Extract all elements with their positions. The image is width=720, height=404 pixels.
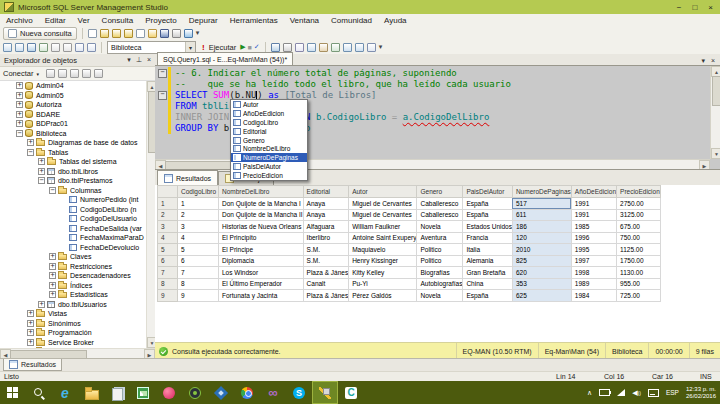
- cell[interactable]: Miguel de Cervantes: [349, 209, 417, 221]
- tree-item-autoriza[interactable]: +Autoriza: [0, 100, 146, 110]
- clock[interactable]: 12:33 p. m. 26/02/2016: [686, 386, 716, 400]
- expand-icon[interactable]: +: [27, 310, 34, 317]
- row-number[interactable]: 8: [158, 278, 178, 290]
- row-number[interactable]: 9: [158, 290, 178, 302]
- menu-ayuda[interactable]: Ayuda: [378, 16, 413, 25]
- visual-studio-app[interactable]: ∞: [260, 381, 286, 404]
- script-icon[interactable]: [94, 69, 103, 78]
- cell[interactable]: Maquiavelo: [349, 244, 417, 256]
- cell[interactable]: Diplomacia: [219, 255, 304, 267]
- parse-icon[interactable]: ✓: [254, 43, 260, 51]
- cell[interactable]: 611: [512, 209, 571, 221]
- cell[interactable]: Plaza & Jánes: [303, 290, 349, 302]
- cell[interactable]: 750.00: [617, 232, 661, 244]
- expand-icon[interactable]: +: [16, 111, 23, 118]
- cell[interactable]: 1750.00: [617, 255, 661, 267]
- tree-item-admin05[interactable]: +Admin05: [0, 91, 146, 101]
- column-header-precioedicion[interactable]: PrecioEdicion: [617, 186, 661, 198]
- expand-icon[interactable]: +: [49, 263, 56, 270]
- tree-item-diagramas-de-base-de-datos[interactable]: +Diagramas de base de datos: [0, 138, 146, 148]
- virtualbox-app[interactable]: [208, 381, 234, 404]
- cell[interactable]: Aventura: [417, 232, 463, 244]
- collapse-icon[interactable]: −: [38, 177, 45, 184]
- row-number[interactable]: 4: [158, 232, 178, 244]
- cell[interactable]: 1995: [571, 244, 616, 256]
- menu-consulta[interactable]: Consulta: [96, 16, 140, 25]
- tree-item-restricciones[interactable]: +Restricciones: [0, 262, 146, 272]
- intellisense-autocomplete-list[interactable]: AutorAñoDeEdicionCodigoLibroEditorialGen…: [230, 99, 308, 181]
- cell[interactable]: Don Quijote de la Mancha I: [219, 198, 304, 210]
- overflow-chevron-icon[interactable]: ▾: [196, 29, 200, 37]
- cell[interactable]: Estados Unidos: [463, 221, 513, 233]
- menu-depurar[interactable]: Depurar: [183, 16, 224, 25]
- cell[interactable]: 4: [178, 232, 219, 244]
- collapse-icon[interactable]: −: [49, 187, 56, 194]
- cell[interactable]: Kitty Kelley: [349, 267, 417, 279]
- column-header-blank[interactable]: [158, 186, 178, 198]
- connect-button[interactable]: Conectar: [3, 69, 33, 78]
- debug-icon[interactable]: [271, 43, 280, 52]
- outline-collapse-icon[interactable]: −: [158, 69, 167, 78]
- expand-icon[interactable]: +: [38, 301, 45, 308]
- autocomplete-item-editorial[interactable]: Editorial: [231, 127, 307, 136]
- cell[interactable]: 620: [512, 267, 571, 279]
- tree-item-admin04[interactable]: +Admin04: [0, 81, 146, 91]
- row-number[interactable]: 1: [158, 198, 178, 210]
- cell[interactable]: Don Quijote de la Mancha II: [219, 209, 304, 221]
- cell[interactable]: Antoine Saint Exupery: [349, 232, 417, 244]
- column-header-autor[interactable]: Autor: [349, 186, 417, 198]
- autocomplete-item-codigolibro[interactable]: CodigoLibro: [231, 118, 307, 127]
- row-number[interactable]: 6: [158, 255, 178, 267]
- save-icon[interactable]: [160, 29, 169, 38]
- close-icon[interactable]: ×: [711, 57, 715, 65]
- cell[interactable]: 825: [512, 255, 571, 267]
- cell[interactable]: Alfaguara: [303, 221, 349, 233]
- docked-results-tab[interactable]: Resultados: [3, 359, 62, 371]
- cell[interactable]: Autobiografías: [417, 278, 463, 290]
- edge-app[interactable]: e: [52, 381, 78, 404]
- analyze-query-icon[interactable]: [27, 43, 36, 52]
- chevron-down-icon[interactable]: ▾: [701, 57, 705, 65]
- tree-item-dbo-tblusuarios[interactable]: +dbo.tblUsuarios: [0, 300, 146, 310]
- menu-comunidad[interactable]: Comunidad: [325, 16, 378, 25]
- print-icon[interactable]: [172, 29, 181, 38]
- menu-archivo[interactable]: Archivo: [0, 16, 39, 25]
- cell[interactable]: 675.00: [617, 221, 661, 233]
- results-to-text-icon[interactable]: [295, 43, 304, 52]
- start-button[interactable]: [0, 381, 26, 404]
- expand-icon[interactable]: +: [49, 291, 56, 298]
- tree-item-desencadenadores[interactable]: +Desencadenadores: [0, 271, 146, 281]
- tree-item-biblioteca[interactable]: −Biblioteca: [0, 129, 146, 139]
- cell[interactable]: 120: [512, 232, 571, 244]
- photos-app[interactable]: [130, 381, 156, 404]
- cell[interactable]: S.M.: [303, 255, 349, 267]
- cell[interactable]: Plaza & Jánes: [303, 267, 349, 279]
- indent-icon[interactable]: [51, 43, 60, 52]
- tree-item-bdprac01[interactable]: +BDPrac01: [0, 119, 146, 129]
- cell[interactable]: El Último Emperador: [219, 278, 304, 290]
- cell[interactable]: España: [463, 198, 513, 210]
- maximize-button[interactable]: □: [692, 3, 697, 12]
- tree-item-fechadedevolucio[interactable]: FechaDeDevolucio: [0, 243, 146, 253]
- cell[interactable]: 3125.00: [617, 209, 661, 221]
- close-button[interactable]: ×: [708, 3, 713, 12]
- cell[interactable]: 725.00: [617, 290, 661, 302]
- open-database-icon[interactable]: [100, 29, 109, 38]
- expand-icon[interactable]: +: [16, 82, 23, 89]
- cell[interactable]: 1984: [571, 290, 616, 302]
- menu-ver[interactable]: Ver: [72, 16, 96, 25]
- expand-icon[interactable]: +: [49, 282, 56, 289]
- cell[interactable]: Novela: [417, 221, 463, 233]
- filter-icon[interactable]: [82, 69, 91, 78]
- cell[interactable]: Caballeresco: [417, 198, 463, 210]
- query-document-tab[interactable]: SQLQuery1.sql - E...Eq-Man\Man (54))*: [157, 52, 293, 65]
- tree-item-tablas-del-sistema[interactable]: +Tablas del sistema: [0, 157, 146, 167]
- cell[interactable]: 625: [512, 290, 571, 302]
- column-header-editorial[interactable]: Editorial: [303, 186, 349, 198]
- outdent-icon[interactable]: [63, 43, 72, 52]
- tray-chevron-icon[interactable]: ∧: [587, 389, 592, 397]
- menu-herramientas[interactable]: Herramientas: [224, 16, 284, 25]
- row-number[interactable]: 5: [158, 244, 178, 256]
- tree-item-vistas[interactable]: +Vistas: [0, 309, 146, 319]
- tree-item-bdare[interactable]: +BDARE: [0, 110, 146, 120]
